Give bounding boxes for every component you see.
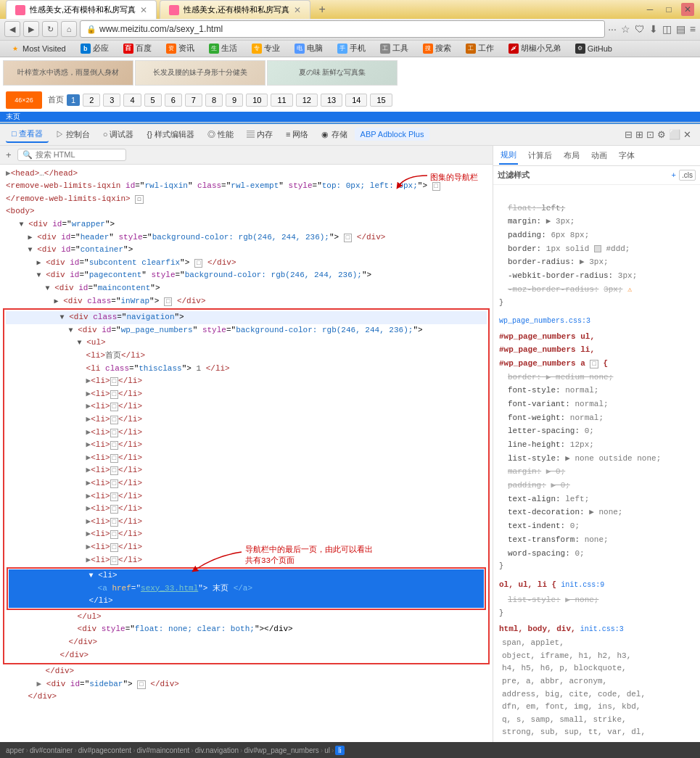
html-line[interactable]: ▶<li>□</li> [6, 388, 487, 401]
page-2[interactable]: 2 [83, 94, 100, 107]
page-10[interactable]: 10 [246, 94, 268, 107]
sidebar-icon[interactable]: ◫ [662, 23, 672, 35]
bc-ul[interactable]: ul [324, 746, 330, 754]
html-line[interactable]: ▼ <ul> [6, 337, 487, 350]
menu-icon[interactable]: ≡ [690, 23, 696, 35]
minimize-button[interactable]: ─ [643, 3, 656, 16]
devtools-performance-tab[interactable]: ◎ 性能 [202, 127, 239, 142]
devtools-settings-icon[interactable]: ⚙ [657, 129, 666, 140]
devtools-responsive-icon[interactable]: ⬜ [669, 129, 680, 140]
html-line[interactable]: ▼ <div class="navigation"> [6, 311, 487, 324]
bookmark-bing[interactable]: b 必应 [76, 41, 113, 55]
bookmark-life[interactable]: 生 生活 [205, 41, 242, 55]
css-plus-button[interactable]: + [672, 170, 676, 179]
html-line[interactable]: ▶<li>□</li> [6, 503, 487, 516]
page-11[interactable]: 11 [271, 94, 292, 107]
html-line-close-li[interactable]: </li> [9, 595, 484, 608]
back-button[interactable]: ◀ [4, 21, 20, 37]
html-line[interactable]: ▼ <div id="container"> [0, 244, 493, 257]
maximize-button[interactable]: □ [662, 3, 675, 16]
address-bar[interactable]: 🔒 www.meizitu.com/a/sexy_1.html [80, 20, 605, 38]
devtools-storage-tab[interactable]: ◉ 存储 [316, 127, 353, 142]
html-line[interactable]: ▶ <div id="sidebar"> □ </div> [0, 678, 493, 691]
more-button[interactable]: ··· [608, 23, 617, 35]
bookmark-baidu[interactable]: 百 百度 [119, 41, 156, 55]
css-tab-fonts[interactable]: 字体 [617, 147, 636, 164]
html-line[interactable]: ▶ <div id="header" style="background-col… [0, 231, 493, 244]
page-1[interactable]: 1 [67, 94, 80, 106]
forward-button[interactable]: ▶ [23, 21, 39, 37]
html-line[interactable]: ▶<li>□</li> [6, 452, 487, 465]
html-line[interactable]: </div> [0, 691, 493, 704]
add-node-icon[interactable]: + [6, 149, 12, 160]
css-tab-layout[interactable]: 布局 [562, 147, 581, 164]
tab-close-inactive[interactable]: ✕ [294, 5, 301, 15]
html-line[interactable]: </div> [0, 665, 493, 678]
page-4[interactable]: 4 [123, 94, 141, 107]
html-line[interactable]: <div style="float: none; clear: both;"><… [6, 623, 487, 636]
devtools-split-v-icon[interactable]: ⊟ [625, 129, 633, 140]
download-icon[interactable]: ⬇ [649, 23, 658, 35]
bookmark-search[interactable]: 搜 搜索 [419, 41, 456, 55]
page-3[interactable]: 3 [103, 94, 120, 107]
bc-navigation[interactable]: div.navigation [195, 746, 239, 754]
html-line[interactable]: <body> [0, 205, 493, 218]
devtools-inspector-tab[interactable]: □ 查看器 [6, 126, 49, 143]
html-line[interactable]: ▼ <div id="maincontent"> [0, 282, 493, 295]
page-12[interactable]: 12 [296, 94, 318, 107]
html-line[interactable]: </ul> [6, 611, 487, 624]
page-9[interactable]: 9 [226, 94, 243, 107]
html-search-input[interactable] [36, 150, 123, 159]
bc-pagecontent[interactable]: div#pagecontent [78, 746, 131, 754]
bookmark-work[interactable]: 工 工作 [461, 41, 498, 55]
html-line[interactable]: ▶<li>□</li> [6, 400, 487, 413]
html-line[interactable]: ▶<li>□</li> [6, 516, 487, 529]
html-line[interactable]: ▶<li>□</li> [6, 413, 487, 427]
html-line[interactable]: <li class="thisclass"> 1 </li> [6, 363, 487, 376]
bookmark-tools[interactable]: 工 工具 [376, 41, 413, 55]
shield-icon[interactable]: 🛡 [635, 23, 645, 35]
html-line-anchor[interactable]: <a href="sexy_33.html"> 末页 </a> [9, 582, 484, 596]
css-tab-animations[interactable]: 动画 [590, 147, 609, 164]
home-button[interactable]: ⌂ [61, 21, 77, 37]
page-14[interactable]: 14 [345, 94, 367, 107]
page-13[interactable]: 13 [321, 94, 342, 107]
new-tab-button[interactable]: + [313, 1, 331, 18]
css-tab-computed[interactable]: 计算后 [527, 147, 553, 164]
devtools-memory-tab[interactable]: ▤ 内存 [241, 127, 279, 142]
css-source-ref-1[interactable]: wp_page_numbers.css:3 [499, 315, 694, 327]
html-line[interactable]: ▶<li>□</li> [6, 439, 487, 452]
page-5[interactable]: 5 [144, 94, 162, 107]
html-line[interactable]: ▶<li>□</li> [6, 427, 487, 440]
bookmark-pepper[interactable]: 🌶 胡椒小兄弟 [504, 41, 565, 55]
css-source-ref-3[interactable]: init.css:3 [580, 623, 624, 635]
tab-active[interactable]: 性感美女,还有模特和私房写真 ✕ [6, 0, 157, 19]
html-line[interactable]: ▶<li>□</li> [6, 490, 487, 503]
close-button[interactable]: ✕ [681, 3, 694, 16]
html-line[interactable]: ▶ <div id="subcontent clearfix"> □ </div… [0, 257, 493, 270]
bc-wppagenumbers[interactable]: div#wp_page_numbers [244, 746, 318, 754]
html-line-selected[interactable]: ▼ <li> [9, 569, 484, 582]
css-source-ref-2[interactable]: init.css:9 [561, 579, 604, 591]
css-cls-button[interactable]: .cls [679, 170, 696, 181]
bookmark-pc[interactable]: 电 电脑 [290, 41, 327, 55]
page-8[interactable]: 8 [205, 94, 223, 107]
html-line[interactable]: ▶<li>□</li> [6, 528, 487, 541]
devtools-split-h-icon[interactable]: ⊞ [635, 129, 643, 140]
page-15[interactable]: 15 [370, 94, 392, 107]
html-line[interactable]: </div> [6, 649, 487, 662]
devtools-network-tab[interactable]: ≡ 网络 [280, 127, 314, 142]
page-6[interactable]: 6 [165, 94, 182, 107]
page-7[interactable]: 7 [185, 94, 202, 107]
bc-li[interactable]: li [335, 746, 344, 755]
devtools-style-editor-tab[interactable]: {} 样式编辑器 [141, 127, 199, 142]
devtools-dock-icon[interactable]: ⊡ [646, 129, 654, 140]
html-line[interactable]: <li>首页</li> [6, 350, 487, 363]
html-line[interactable]: ▶<li>□</li> [6, 477, 487, 490]
html-line[interactable]: ▼ <div id="wrapper"> [0, 218, 493, 231]
devtools-console-tab[interactable]: ▷ 控制台 [50, 127, 96, 142]
html-search-box[interactable]: 🔍 [17, 149, 126, 161]
bc-container[interactable]: div#container [30, 746, 73, 754]
bookmark-most-visited[interactable]: ★ Most Visited [6, 42, 70, 55]
html-line[interactable]: ▼ <div id="wp_page_numbers" style="backg… [6, 324, 487, 337]
